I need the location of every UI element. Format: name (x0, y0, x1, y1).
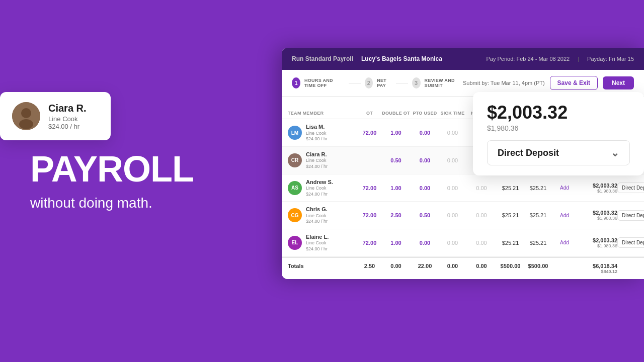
member-rate: $24.00 / hr (306, 192, 333, 198)
payment-value: Direct Deposit (622, 240, 644, 245)
holiday-cell[interactable]: 0.00 (466, 212, 497, 218)
paycheck-tips-cell[interactable]: $25.21 (524, 212, 552, 218)
avatar: CR (288, 153, 302, 167)
member-role: Line Cook (306, 186, 333, 192)
totals-row: Totals 2.50 0.00 22.00 0.00 0.00 $500.00… (282, 257, 644, 279)
double-ot-cell[interactable]: 2.50 (381, 212, 411, 218)
avatar: AS (288, 181, 302, 195)
double-ot-cell[interactable]: 1.00 (381, 130, 411, 136)
pto-cell[interactable]: 0.00 (411, 240, 439, 246)
top-bar: Run Standard Payroll Lucy's Bagels Santa… (282, 48, 644, 70)
payroll-title: PAYROLL (30, 151, 194, 187)
member-info: Lisa M. Line Cook $24.00 / hr (306, 123, 328, 142)
location-label: Lucy's Bagels Santa Monica (361, 55, 442, 62)
member-cell: CG Chris G. Line Cook $24.00 / hr (288, 206, 358, 225)
step-line-2 (396, 83, 408, 83)
member-role: Line Cook (306, 131, 328, 137)
cash-tips-cell[interactable]: $25.21 (497, 212, 524, 218)
step-2[interactable]: 2 NET PAY (365, 77, 392, 88)
th-pto: PTO Used (411, 111, 439, 116)
employee-info: Ciara R. Line Cook $24.00 / hr (48, 103, 87, 130)
member-name: Chris G. (306, 206, 328, 213)
cash-tips-cell[interactable]: $25.21 (497, 240, 524, 246)
step-1[interactable]: 1 HOURS AND TIME OFF (292, 77, 345, 88)
ot-cell[interactable]: 72.00 (358, 240, 381, 246)
other-cell[interactable]: Add (552, 240, 577, 245)
table-row: EL Elaine L. Line Cook $24.00 / hr 72.00… (282, 229, 644, 257)
sick-cell[interactable]: 0.00 (439, 240, 466, 246)
totals-sick: 0.00 (439, 263, 466, 274)
gross-sub: $1,980.36 (577, 189, 617, 194)
ot-cell[interactable]: 72.00 (358, 130, 381, 136)
member-info: Ciara R. Line Cook $24.00 / hr (306, 151, 328, 170)
gross-cell: $2,003.32 $1,980.36 (577, 237, 617, 248)
totals-pto: 22.00 (411, 263, 439, 274)
ot-cell[interactable]: 72.00 (358, 212, 381, 218)
submit-by: Submit by: Tue Mar 11, 4pm (PT) (463, 80, 545, 86)
totals-ot: 2.50 (358, 263, 381, 274)
payment-select[interactable]: Direct Deposit ▾ (617, 183, 644, 193)
step-line-1 (349, 83, 361, 83)
avatar: CG (288, 208, 302, 222)
member-info: Chris G. Line Cook $24.00 / hr (306, 206, 328, 225)
member-rate: $24.00 / hr (306, 164, 328, 170)
member-info: Elaine L. Line Cook $24.00 / hr (306, 233, 329, 252)
member-info: Andrew S. Line Cook $24.00 / hr (306, 178, 333, 198)
step-bar-right: Submit by: Tue Mar 11, 4pm (PT) Save & E… (463, 76, 634, 90)
gross-sub: $1,980.36 (577, 216, 617, 221)
step-1-circle: 1 (292, 77, 300, 88)
pay-period: Pay Period: Feb 24 - Mar 08 2022 (487, 56, 570, 62)
member-role: Line Cook (306, 240, 329, 246)
amount-main: $2,003.32 (487, 102, 630, 123)
top-bar-left: Run Standard Payroll Lucy's Bagels Santa… (292, 55, 476, 62)
holiday-cell[interactable]: 0.00 (466, 185, 497, 191)
svg-point-2 (19, 119, 33, 129)
svg-point-1 (21, 108, 31, 118)
totals-holiday: 0.00 (466, 263, 497, 274)
amount-sub: $1,980.36 (487, 124, 630, 132)
member-cell: AS Andrew S. Line Cook $24.00 / hr (288, 178, 358, 198)
pto-cell[interactable]: 0.00 (411, 185, 439, 191)
next-button[interactable]: Next (603, 76, 634, 89)
employee-card: Ciara R. Line Cook $24.00 / hr (0, 92, 111, 140)
sick-cell[interactable]: 0.00 (439, 157, 466, 163)
pto-cell[interactable]: 0.50 (411, 212, 439, 218)
pto-cell[interactable]: 0.00 (411, 157, 439, 163)
member-rate: $24.00 / hr (306, 246, 329, 252)
table-row: CG Chris G. Line Cook $24.00 / hr 72.00 … (282, 202, 644, 229)
member-name: Andrew S. (306, 178, 333, 186)
double-ot-cell[interactable]: 1.00 (381, 185, 411, 191)
top-bar-right: Pay Period: Feb 24 - Mar 08 2022 | Payda… (487, 56, 634, 62)
payment-cell: Direct Deposit ▾ (617, 183, 644, 193)
step-3-label: REVIEW AND SUBMIT (425, 78, 463, 88)
double-ot-cell[interactable]: 0.50 (381, 157, 411, 163)
double-ot-cell[interactable]: 1.00 (381, 240, 411, 246)
other-cell[interactable]: Add (552, 185, 577, 191)
other-cell[interactable]: Add (552, 213, 577, 218)
step-3[interactable]: 3 REVIEW AND SUBMIT (412, 77, 463, 88)
member-name: Elaine L. (306, 233, 329, 240)
member-rate: $24.00 / hr (306, 219, 328, 225)
totals-double-ot: 0.00 (381, 263, 411, 274)
pto-cell[interactable]: 0.00 (411, 130, 439, 136)
employee-avatar (12, 102, 40, 130)
direct-deposit-button[interactable]: Direct Deposit ⌄ (487, 140, 630, 165)
member-cell: CR Ciara R. Line Cook $24.00 / hr (288, 151, 358, 170)
sick-cell[interactable]: 0.00 (439, 130, 466, 136)
payment-cell: Direct Deposit ▾ (617, 210, 644, 221)
totals-payment (617, 263, 644, 274)
th-ot: OT (358, 111, 381, 116)
holiday-cell[interactable]: 0.00 (466, 240, 497, 246)
save-exit-button[interactable]: Save & Exit (550, 76, 598, 90)
paycheck-tips-cell[interactable]: $25.21 (524, 240, 552, 246)
gross-cell: $2,003.32 $1,980.36 (577, 210, 617, 221)
ot-cell[interactable]: 72.00 (358, 185, 381, 191)
cash-tips-cell[interactable]: $25.21 (497, 185, 524, 191)
payment-select[interactable]: Direct Deposit ▾ (617, 237, 644, 248)
paycheck-tips-cell[interactable]: $25.21 (524, 185, 552, 191)
member-role: Line Cook (306, 213, 328, 219)
payment-select[interactable]: Direct Deposit ▾ (617, 210, 644, 221)
sick-cell[interactable]: 0.00 (439, 185, 466, 191)
totals-other (552, 263, 577, 274)
sick-cell[interactable]: 0.00 (439, 212, 466, 218)
